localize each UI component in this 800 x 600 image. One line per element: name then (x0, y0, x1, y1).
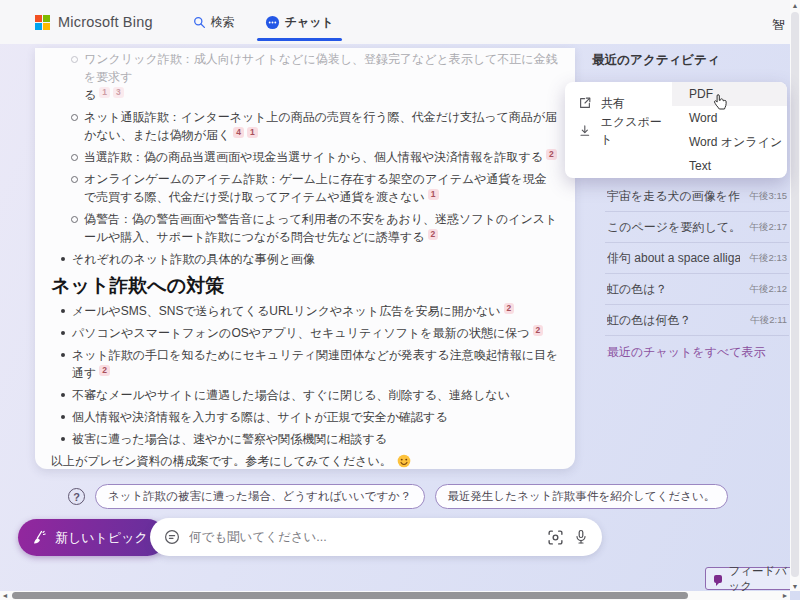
citation-chip[interactable]: 4 (233, 127, 244, 138)
active-tab-underline (257, 38, 342, 41)
microsoft-logo-icon[interactable] (35, 15, 50, 30)
scam-types-list: ワンクリック詐欺：成人向けサイトなどに偽装し、登録完了などと表示して不正に金銭を… (51, 50, 559, 246)
question-icon: ? (68, 488, 85, 505)
new-topic-label: 新しいトピック (55, 529, 148, 547)
scroll-down-icon[interactable]: ▼ (790, 581, 800, 591)
list-item: メールやSMS、SNSで送られてくるURLリンクやネット広告を安易に開かない2 (72, 302, 559, 320)
scroll-right-icon[interactable]: ► (780, 590, 790, 600)
menu-main-column: 共有 エクスポート (565, 82, 672, 178)
tab-search-label: 検索 (211, 14, 235, 31)
list-item-text: る (84, 88, 96, 102)
chat-bubble-icon (265, 15, 280, 30)
feedback-label: フィードバック (728, 564, 791, 594)
list-item-text: 被害に遭った場合は、速やかに警察や関係機関に相談する (72, 432, 387, 446)
citation-chip[interactable]: 2 (428, 229, 439, 240)
activity-item-label: 虹の色は何色？ (607, 312, 692, 329)
clipped-edge-text: 智 (772, 16, 788, 32)
activity-item[interactable]: 虹の色は？ 午後2:12 (605, 274, 789, 305)
submenu-item-pdf[interactable]: PDF (672, 82, 787, 106)
menu-item-share[interactable]: 共有 (565, 89, 672, 117)
activity-item-label: 虹の色は？ (607, 281, 668, 298)
feedback-button[interactable]: フィードバック (705, 567, 800, 590)
chat-answer-card: ワンクリック詐欺：成人向けサイトなどに偽装し、登録完了などと表示して不正に金銭を… (35, 48, 575, 469)
list-item: パソコンやスマートフォンのOSやアプリ、セキュリティソフトを最新の状態に保つ2 (72, 324, 559, 342)
citation-chip[interactable]: 3 (113, 87, 124, 98)
scroll-up-icon[interactable]: ▲ (790, 0, 800, 10)
microphone-icon[interactable] (573, 529, 589, 545)
download-icon (578, 124, 592, 138)
vertical-scroll-thumb[interactable] (791, 12, 799, 577)
citation-chip[interactable]: 2 (504, 303, 515, 314)
tab-chat-label: チャット (285, 14, 334, 31)
horizontal-scroll-thumb[interactable] (12, 592, 688, 599)
list-item: ネット通販詐欺：インターネット上の商品の売買を行う際、代金だけ支払って商品が届か… (84, 108, 559, 144)
activity-item-time: 午後2:13 (750, 252, 788, 265)
tab-chat[interactable]: チャット (265, 0, 334, 44)
recent-activity-list: 宇宙を走る犬の画像を作 午後3:15 このページを要約して。 午後2:17 俳句… (605, 181, 789, 368)
list-item: オンラインゲームのアイテム詐欺：ゲーム上に存在する架空のアイテムや通貨を現金で売… (84, 170, 559, 206)
menu-item-label: 共有 (601, 95, 625, 112)
activity-item-time: 午後2:17 (750, 221, 788, 234)
suggestion-row: ? ネット詐欺の被害に遭った場合、どうすればいいですか？ 最近発生したネット詐欺… (68, 484, 728, 509)
activity-item[interactable]: 宇宙を走る犬の画像を作 午後3:15 (605, 181, 789, 212)
citation-chip[interactable]: 2 (99, 365, 110, 376)
search-icon (193, 16, 206, 29)
suggestion-chip[interactable]: 最近発生したネット詐欺事件を紹介してください。 (435, 484, 729, 509)
list-item: ネット詐欺の手口を知るためにセキュリティ関連団体などが発表する注意喚起情報に目を… (72, 346, 559, 382)
nav-tabs: 検索 チャット (193, 0, 334, 44)
citation-chip[interactable]: 2 (533, 325, 544, 336)
feedback-bubble-icon (714, 575, 722, 583)
activity-item-time: 午後3:15 (750, 190, 788, 203)
citation-chip[interactable]: 1 (428, 189, 439, 200)
list-item-text: メールやSMS、SNSで送られてくるURLリンクやネット広告を安易に開かない (72, 304, 501, 318)
submenu-item-word[interactable]: Word (672, 106, 787, 130)
countermeasures-list: メールやSMS、SNSで送られてくるURLリンクやネット広告を安易に開かない2 … (51, 302, 559, 448)
list-item-text: ネット通販詐欺：インターネット上の商品の売買を行う際、代金だけ支払って商品が届か… (84, 110, 557, 142)
examples-list: それぞれのネット詐欺の具体的な事例と画像 (51, 250, 559, 268)
activity-item-time: 午後2:11 (750, 314, 787, 327)
list-item-text: それぞれのネット詐欺の具体的な事例と画像 (72, 252, 315, 266)
smiley-emoji-icon (397, 454, 411, 468)
broom-icon (31, 530, 47, 546)
list-item: 被害に遭った場合は、速やかに警察や関係機関に相談する (72, 430, 559, 448)
new-topic-button[interactable]: 新しいトピック (18, 519, 166, 556)
list-item-text: パソコンやスマートフォンのOSやアプリ、セキュリティソフトを最新の状態に保つ (72, 326, 530, 340)
brand-title[interactable]: Microsoft Bing (58, 14, 153, 30)
chat-input[interactable] (189, 530, 538, 544)
suggestion-chip[interactable]: ネット詐欺の被害に遭った場合、どうすればいいですか？ (95, 484, 425, 509)
scroll-left-icon[interactable]: ◄ (0, 590, 10, 600)
list-item-text: 不審なメールやサイトに遭遇した場合は、すぐに閉じる、削除する、連絡しない (72, 388, 510, 402)
activity-item-label: 俳句 about a space alligat (607, 250, 740, 267)
list-item: 当選詐欺：偽の商品当選画面や現金当選サイトから、個人情報や決済情報を詐取する2 (84, 148, 559, 166)
vertical-scrollbar[interactable]: ▲ ▼ (790, 0, 800, 591)
list-item-text: ワンクリック詐欺：成人向けサイトなどに偽装し、登録完了などと表示して不正に金銭を… (84, 52, 558, 84)
export-submenu: PDF Word Word オンライン Text (672, 82, 787, 178)
list-item-text: ネット詐欺の手口を知るためにセキュリティ関連団体などが発表する注意喚起情報に目を… (72, 348, 558, 380)
show-all-chats-link[interactable]: 最近のチャットをすべて表示 (605, 336, 789, 368)
list-item: ワンクリック詐欺：成人向けサイトなどに偽装し、登録完了などと表示して不正に金銭を… (84, 50, 559, 104)
activity-item[interactable]: 俳句 about a space alligat 午後2:13 (605, 243, 789, 274)
activity-item-label: このページを要約して。 (607, 219, 740, 236)
chat-input-bar (150, 518, 602, 556)
citation-chip[interactable]: 1 (247, 127, 258, 138)
citation-chip[interactable]: 2 (546, 149, 557, 160)
submenu-item-word-online[interactable]: Word オンライン (672, 130, 787, 154)
horizontal-scrollbar[interactable]: ◄ ► (0, 591, 790, 600)
share-export-menu: 共有 エクスポート PDF Word Word オンライン Text (565, 82, 787, 178)
menu-item-export[interactable]: エクスポート (565, 117, 672, 145)
list-item: それぞれのネット詐欺の具体的な事例と画像 (72, 250, 559, 268)
tab-search[interactable]: 検索 (193, 0, 235, 44)
list-item-text: 偽警告：偽の警告画面や警告音によって利用者の不安をあおり、迷惑ソフトのインストー… (84, 212, 557, 244)
submenu-item-text[interactable]: Text (672, 154, 787, 178)
activity-item[interactable]: このページを要約して。 午後2:17 (605, 212, 789, 243)
visual-search-icon[interactable] (547, 529, 564, 546)
mouse-cursor-pointer (713, 93, 728, 115)
list-item-text: 個人情報や決済情報を入力する際は、サイトが正規で安全か確認する (72, 410, 448, 424)
list-item: 不審なメールやサイトに遭遇した場合は、すぐに閉じる、削除する、連絡しない (72, 386, 559, 404)
list-item-text: オンラインゲームのアイテム詐欺：ゲーム上に存在する架空のアイテムや通貨を現金で売… (84, 172, 547, 204)
citation-chip[interactable]: 1 (99, 87, 110, 98)
closing-text: 以上がプレゼン資料の構成案です。参考にしてみてください。 (51, 452, 392, 469)
activity-item-label: 宇宙を走る犬の画像を作 (607, 188, 740, 205)
activity-item[interactable]: 虹の色は何色？ 午後2:11 (605, 305, 789, 336)
list-item: 偽警告：偽の警告画面や警告音によって利用者の不安をあおり、迷惑ソフトのインストー… (84, 210, 559, 246)
